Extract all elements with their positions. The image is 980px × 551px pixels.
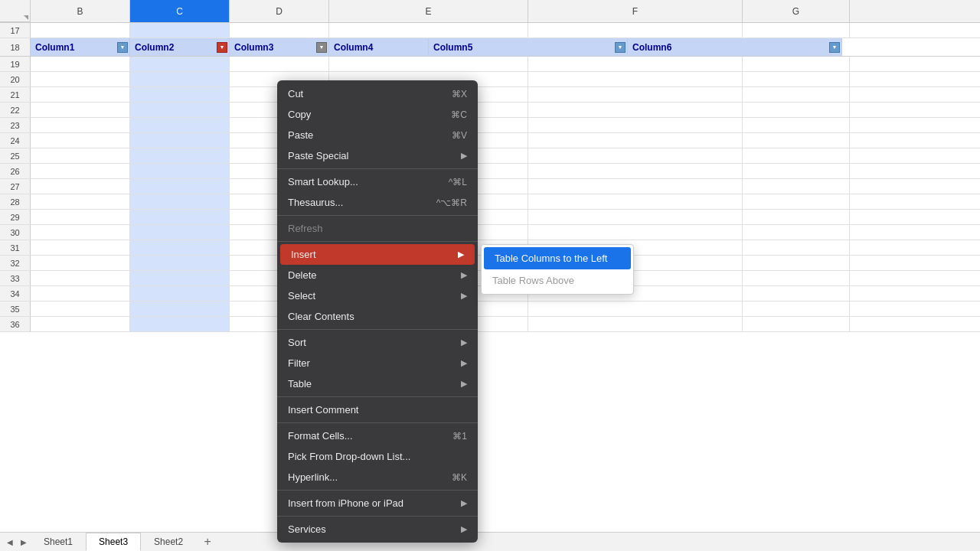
separator-6 [277,422,478,423]
row-header-23[interactable]: 23 [0,118,31,132]
menu-item-cut[interactable]: Cut ⌘X [277,83,478,104]
select-all-corner[interactable] [0,0,31,22]
row-header-34[interactable]: 34 [0,286,31,301]
table-row: 19 [0,57,980,72]
menu-item-copy[interactable]: Copy ⌘C [277,104,478,125]
separator-7 [277,490,478,491]
separator-4 [277,329,478,330]
row-header-25[interactable]: 25 [0,148,31,163]
menu-item-insert[interactable]: Insert ▶ Table Columns to the Left Table… [280,244,475,265]
cell-G17[interactable] [743,23,850,37]
table-row: 26 [0,164,980,179]
row-header-36[interactable]: 36 [0,317,31,331]
th-column3[interactable]: Column3 [230,38,329,56]
insert-submenu: Table Columns to the Left Table Rows Abo… [481,244,634,295]
menu-item-select[interactable]: Select ▶ [277,285,478,306]
table-row: 21 [0,87,980,103]
table-row: 35 [0,302,980,317]
menu-item-insert-from-device[interactable]: Insert from iPhone or iPad ▶ [277,493,478,514]
table-row: 24 [0,133,980,148]
table-row: 20 [0,72,980,87]
menu-item-clear-contents[interactable]: Clear Contents [277,306,478,327]
th-column2[interactable]: Column2 [130,38,230,56]
row-header-24[interactable]: 24 [0,133,31,148]
menu-item-filter[interactable]: Filter ▶ [277,353,478,373]
tab-sheet2[interactable]: Sheet2 [141,533,196,551]
table-row: 27 [0,179,980,194]
col-header-B[interactable]: B [31,0,130,22]
column2-dropdown[interactable] [217,42,227,53]
context-menu: Cut ⌘X Copy ⌘C Paste ⌘V Paste Special ▶ … [277,80,478,543]
menu-item-services[interactable]: Services ▶ [277,519,478,540]
menu-item-sort[interactable]: Sort ▶ [277,332,478,353]
col-header-D[interactable]: D [230,0,329,22]
row-header-22[interactable]: 22 [0,103,31,117]
column-headers: B C D E F G [0,0,980,23]
menu-item-insert-comment[interactable]: Insert Comment [277,399,478,420]
tab-prev-arrow[interactable]: ◀ [3,535,17,549]
row-header-35[interactable]: 35 [0,302,31,316]
table-row: 23 [0,118,980,133]
sheet-tabs: ◀ ▶ Sheet1 Sheet3 Sheet2 + [0,532,980,551]
column1-dropdown[interactable] [117,42,128,53]
th-column5[interactable]: Column5 [429,38,628,56]
cell-D17[interactable] [230,23,329,37]
column6-dropdown[interactable] [829,42,840,53]
col-header-G[interactable]: G [743,0,850,22]
table-header-row: 18 Column1 Column2 Column3 Column4 Colum… [0,38,980,57]
separator-1 [277,168,478,169]
col-header-E[interactable]: E [329,0,528,22]
col-header-C[interactable]: C [130,0,230,22]
cell-E17[interactable] [329,23,528,37]
th-column1[interactable]: Column1 [31,38,130,56]
menu-item-smart-lookup[interactable]: Smart Lookup... ^⌘L [277,171,478,192]
menu-item-delete[interactable]: Delete ▶ [277,265,478,285]
table-row: 25 [0,148,980,164]
menu-item-paste[interactable]: Paste ⌘V [277,125,478,145]
row-header-26[interactable]: 26 [0,164,31,178]
menu-item-hyperlink[interactable]: Hyperlink... ⌘K [277,467,478,487]
th-column4[interactable]: Column4 [329,38,429,56]
submenu-item-table-columns-left[interactable]: Table Columns to the Left [484,247,631,269]
cell-F17[interactable] [528,23,743,37]
row-header-31[interactable]: 31 [0,240,31,255]
tab-add-sheet[interactable]: + [199,533,216,550]
row-header-28[interactable]: 28 [0,194,31,209]
row-header-19[interactable]: 19 [0,57,31,71]
column5-dropdown[interactable] [615,42,626,53]
separator-2 [277,215,478,216]
spreadsheet: B C D E F G 17 18 Column1 Column2 [0,0,980,551]
row-header-21[interactable]: 21 [0,87,31,102]
table-row: 17 [0,23,980,38]
row-header-17[interactable]: 17 [0,23,31,37]
menu-item-paste-special[interactable]: Paste Special ▶ [277,145,478,166]
row-header-29[interactable]: 29 [0,210,31,224]
separator-8 [277,516,478,517]
table-row: 22 [0,103,980,118]
cell-B17[interactable] [31,23,130,37]
separator-5 [277,396,478,397]
row-header-32[interactable]: 32 [0,256,31,270]
th-column6[interactable]: Column6 [628,38,842,56]
table-row: 29 [0,210,980,225]
menu-item-thesaurus[interactable]: Thesaurus... ^⌥⌘R [277,192,478,213]
column3-dropdown[interactable] [316,42,327,53]
row-header-27[interactable]: 27 [0,179,31,194]
row-header-30[interactable]: 30 [0,225,31,240]
menu-item-refresh: Refresh [277,218,478,239]
table-row: 28 [0,194,980,210]
col-header-F[interactable]: F [528,0,743,22]
menu-item-table[interactable]: Table ▶ [277,373,478,394]
row-header-18[interactable]: 18 [0,38,31,56]
cell-C17[interactable] [130,23,230,37]
separator-3 [277,241,478,242]
menu-item-format-cells[interactable]: Format Cells... ⌘1 [277,425,478,446]
tab-sheet3[interactable]: Sheet3 [86,533,141,551]
submenu-item-table-rows-above[interactable]: Table Rows Above [482,269,633,292]
tab-next-arrow[interactable]: ▶ [17,535,31,549]
tab-sheet1[interactable]: Sheet1 [31,533,86,551]
row-header-33[interactable]: 33 [0,271,31,285]
row-header-20[interactable]: 20 [0,72,31,86]
tab-navigation: ◀ ▶ [0,535,31,549]
menu-item-pick-dropdown[interactable]: Pick From Drop-down List... [277,446,478,467]
